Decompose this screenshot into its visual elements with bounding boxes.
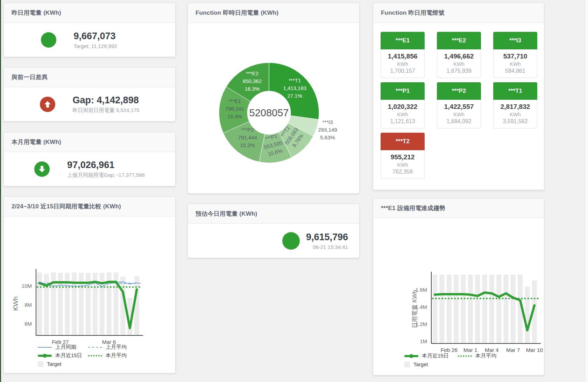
panel-title: 昨日用電量 (KWh)	[12, 9, 61, 17]
light-tile-I3: ***I3537,710KWh584,861	[493, 32, 537, 78]
tile-status-header: ***E2	[437, 32, 481, 49]
y-tick-label: 6M	[24, 321, 32, 327]
legend-item[interactable]: 上月同期	[38, 344, 83, 350]
scrollbar[interactable]	[585, 0, 588, 382]
legend-item[interactable]: 本月平均	[458, 353, 496, 359]
panel-compare15-chart: 2/24~3/10 近15日同期用電量比較 (KWh) 6M8M10MFeb 2…	[3, 196, 176, 373]
legend-swatch-line	[38, 355, 52, 357]
stat-subtext: 上個月同期用電Gap: -17,377,566	[67, 172, 145, 179]
panel-gap-prev-day: 與前一日差異 Gap: 4,142,898 昨日與前日用電量 5,524,175	[3, 67, 176, 121]
legend-item[interactable]: 本月平均	[88, 352, 127, 359]
panel-realtime-donut: Function 即時日用電量 (KWh) ***T11,413,18327.1…	[187, 3, 360, 194]
stat-subtext: Target: 11,128,992	[74, 43, 139, 49]
legend-item[interactable]: 本月近15日	[38, 352, 83, 359]
stat-estimate: 9,615,796 06-21 15:34:41	[188, 224, 359, 258]
tile-value: 1,020,322	[382, 103, 423, 111]
panel-estimate-today: 預估今日用電量 (KWh) 9,615,796 06-21 15:34:41	[187, 204, 360, 258]
legend-label: 本月平均	[106, 352, 127, 359]
legend-swatch-line	[404, 355, 418, 357]
tile-body: 537,710KWh584,861	[493, 49, 537, 78]
light-tile-E2: ***E21,496,662KWh1,675,939	[437, 32, 481, 78]
stat-subtext: 06-21 15:34:41	[306, 244, 348, 250]
stat-value: Gap: 4,142,898	[73, 95, 140, 106]
legend-label: 本月近15日	[422, 353, 449, 359]
compare15-legend: 上月同期上月平均本月近15日本月平均Target	[38, 344, 127, 367]
tile-prev: 3,591,562	[495, 118, 536, 125]
light-tile-P1: ***P11,020,322KWh1,121,613	[381, 82, 425, 129]
left-edge-strip	[0, 0, 1, 382]
tile-unit: KWh	[495, 112, 536, 117]
tile-prev: 1,684,092	[439, 118, 479, 125]
x-tick-label: Mar 10	[526, 347, 543, 353]
tile-status-header: ***P1	[381, 82, 425, 100]
legend-label: 本月近15日	[55, 352, 82, 359]
tile-prev: 762,358	[382, 169, 423, 175]
arrow-down-icon	[34, 161, 50, 177]
legend-item[interactable]: Target	[404, 361, 452, 368]
legend-item[interactable]: 本月近15日	[404, 353, 452, 359]
donut-center-total: 5208057	[249, 107, 289, 118]
legend-swatch-dashed	[88, 347, 102, 348]
tile-value: 1,422,557	[439, 103, 479, 111]
tile-unit: KWh	[495, 61, 536, 67]
arrow-down-icon	[37, 165, 47, 174]
legend-swatch-dotted	[88, 355, 102, 356]
tile-body: 1,020,322KWh1,121,613	[381, 100, 425, 129]
panel-header[interactable]: 與前一日差異	[4, 68, 175, 87]
donut-slice-label: ***I3293,1495.63%	[318, 119, 337, 140]
panel-header[interactable]: 昨日用電量 (KWh)	[4, 3, 175, 23]
stat-subtext: 昨日與前日用電量 5,524,175	[73, 107, 140, 114]
legend-label: 上月同期	[55, 344, 76, 350]
panel-e1-trend-chart: ***E1 設備用電達成趨勢 1M1.2M1.4M1.6MFeb 26Mar 1…	[373, 198, 544, 375]
arrow-up-icon	[40, 97, 55, 112]
tile-value: 2,817,832	[495, 103, 536, 111]
y-axis-label: 日用電量 KWh	[411, 290, 418, 328]
tile-unit: KWh	[382, 112, 423, 117]
tile-status-header: ***E1	[381, 32, 425, 49]
light-tile-T2: ***T2955,212KWh762,358	[381, 133, 425, 179]
stat-gap: Gap: 4,142,898 昨日與前日用電量 5,524,175	[4, 87, 175, 121]
tile-value: 1,415,856	[382, 53, 423, 60]
legend-swatch-dotted	[458, 355, 472, 357]
tile-prev: 1,675,939	[439, 68, 479, 74]
panel-title: 2/24~3/10 近15日同期用電量比較 (KWh)	[12, 202, 121, 210]
panel-header[interactable]: 2/24~3/10 近15日同期用電量比較 (KWh)	[4, 197, 175, 216]
panel-header[interactable]: ***E1 設備用電達成趨勢	[373, 199, 544, 218]
panel-header[interactable]: Function 即時日用電量 (KWh)	[188, 3, 359, 23]
dashboard-page: 昨日用電量 (KWh) 9,667,073 Target: 11,128,992…	[0, 0, 588, 382]
tile-value: 955,212	[382, 153, 423, 161]
x-tick-label: Mar 7	[506, 347, 520, 353]
panel-header[interactable]: 預估今日用電量 (KWh)	[188, 204, 359, 224]
tile-prev: 1,700,157	[382, 68, 423, 74]
x-tick-label: Mar 1	[463, 347, 477, 353]
tile-value: 537,710	[495, 53, 536, 60]
panel-title: 本月用電量 (KWh)	[12, 138, 61, 146]
tile-value: 1,496,662	[439, 53, 479, 60]
panel-header[interactable]: Function 昨日用電燈號	[373, 3, 544, 23]
status-circle-icon	[41, 32, 56, 48]
realtime-donut-chart: ***T11,413,18327.1%***I3293,1495.63%***T…	[188, 23, 360, 194]
tile-status-header: ***P2	[437, 82, 481, 100]
y-tick-label: 1M	[420, 338, 427, 344]
legend-item[interactable]: 上月平均	[88, 344, 127, 350]
tile-status-header: ***T1	[493, 82, 537, 100]
stat-value: 9,615,796	[306, 231, 348, 243]
stat-value: 9,667,073	[74, 30, 139, 42]
panel-month-usage: 本月用電量 (KWh) 97,026,961 上個月同期用電Gap: -17,3…	[3, 132, 176, 186]
legend-label: Target	[47, 361, 62, 367]
tile-unit: KWh	[439, 61, 479, 67]
panel-header[interactable]: 本月用電量 (KWh)	[4, 132, 175, 152]
tile-status-header: ***I3	[493, 32, 537, 49]
tile-body: 955,212KWh762,358	[381, 150, 425, 179]
light-tile-T1: ***T12,817,832KWh3,591,562	[493, 82, 537, 129]
panel-title: Function 即時日用電量 (KWh)	[196, 9, 278, 17]
legend-item[interactable]: Target	[38, 361, 83, 367]
stat-month: 97,026,961 上個月同期用電Gap: -17,377,566	[4, 152, 175, 186]
x-tick-label: Feb 26	[441, 347, 458, 353]
y-tick-label: 8M	[24, 302, 32, 308]
tile-body: 1,415,856KWh1,700,157	[381, 49, 425, 78]
panel-yesterday-usage: 昨日用電量 (KWh) 9,667,073 Target: 11,128,992	[3, 3, 176, 57]
e1-trend-legend: 本月近15日本月平均Target	[404, 353, 496, 368]
light-tile-P2: ***P21,422,557KWh1,684,092	[437, 82, 481, 129]
tile-body: 1,422,557KWh1,684,092	[437, 100, 481, 129]
